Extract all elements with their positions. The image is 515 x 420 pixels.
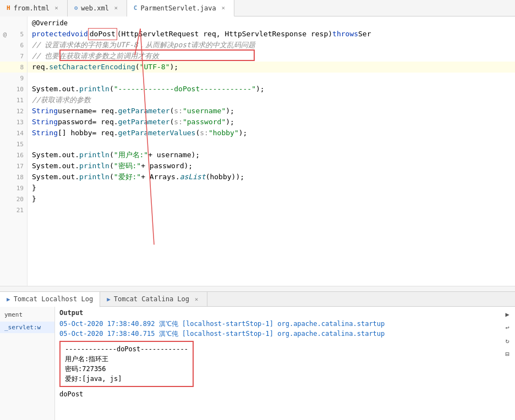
gutter-row-18: 18 (0, 172, 27, 183)
tab-bar: H from.html × ⚙ web.xml × C ParmentServl… (0, 0, 515, 16)
bottom-tab-label-catalina: Tomcat Catalina Log (114, 295, 189, 303)
refresh-btn[interactable]: ↻ (502, 335, 513, 346)
xml-icon: ⚙ (74, 4, 78, 12)
output-username-line: 用户名:指环王 (65, 354, 188, 364)
dopost-highlighted: doPost (88, 28, 117, 40)
code-line-18: System.out. println ( "爱好:" + Arrays. as… (28, 172, 515, 183)
code-line-11: //获取请求的参数 (28, 95, 515, 106)
line-number-12: 12 (10, 108, 27, 115)
gutter-row-14: 14 (0, 128, 27, 139)
code-line-8: req. setCharacterEncoding ( "UTF-8" ); (28, 62, 515, 73)
line-number-16: 16 (10, 152, 27, 159)
line-number-10: 10 (10, 86, 27, 93)
line-number-6: 6 (10, 42, 27, 49)
code-line-19: } (28, 183, 515, 194)
code-line-21 (28, 205, 515, 215)
line-number-13: 13 (10, 119, 27, 126)
at-indicator: @ (0, 31, 10, 38)
tomcat-localhost-icon: ▶ (7, 296, 10, 303)
output-red-box-container: -------------doPost------------ 用户名:指环王 … (59, 341, 515, 387)
bottom-tab-tomcat-catalina[interactable]: ▶ Tomcat Catalina Log × (100, 291, 207, 307)
code-line-7: // 也要在获取请求参数之前调用才有效 (28, 51, 515, 62)
line-number-7: 7 (10, 53, 27, 60)
tab-close-xml[interactable]: × (112, 4, 120, 12)
tomcat-catalina-icon: ▶ (107, 296, 111, 303)
servlet-label: _servlet:w (4, 324, 41, 331)
tab-label: ParmentServlet.java (140, 4, 216, 12)
tab-label: web.xml (81, 4, 109, 12)
gutter-row-6: 6 (0, 40, 27, 51)
tab-web-xml[interactable]: ⚙ web.xml × (68, 0, 127, 16)
gutter-row-21: 21 (0, 205, 27, 215)
tab-label: from.html (14, 4, 50, 12)
gutter-row-8: 8 (0, 62, 27, 73)
tab-close-java[interactable]: × (220, 4, 227, 12)
output-label: Output (59, 309, 515, 317)
gutter-row-7: 7 (0, 51, 27, 62)
gutter-row-20: 20 (0, 194, 27, 205)
gutter-row-19: 19 (0, 183, 27, 194)
gutter-row-10: 10 (0, 84, 27, 95)
code-line-12: String username = req. getParameter ( s:… (28, 106, 515, 117)
gutter-row-12: 12 (0, 106, 27, 117)
bottom-tab-label-localhost: Tomcat Localhost Log (14, 295, 94, 303)
bottom-tab-bar: ▶ Tomcat Localhost Log ▶ Tomcat Catalina… (0, 291, 515, 307)
editor-area: @ 5 6 7 8 9 10 11 (0, 16, 515, 286)
code-line-20: } (28, 194, 515, 205)
gutter-row-11: 11 (0, 95, 27, 106)
sidebar-servlet[interactable]: _servlet:w (0, 322, 54, 333)
line-number-20: 20 (10, 196, 27, 203)
line-number-21: 21 (10, 207, 27, 214)
sidebar-deployment[interactable]: yment (0, 309, 54, 320)
line-number-19: 19 (10, 185, 27, 192)
bottom-tab-tomcat-localhost[interactable]: ▶ Tomcat Localhost Log (0, 292, 100, 307)
output-area: Output 05-Oct-2020 17:38:40.892 淇℃伅 [loc… (55, 307, 515, 420)
html-icon: H (7, 4, 10, 12)
line-number-9: 9 (10, 75, 27, 82)
horizontal-scrollbar[interactable] (0, 286, 515, 291)
tab-close-catalina[interactable]: × (193, 295, 200, 303)
code-line-17: System.out. println ( "密码:" + password); (28, 161, 515, 172)
gutter-row-17: 17 (0, 161, 27, 172)
code-line-15 (28, 139, 515, 150)
java-icon: C (134, 4, 138, 12)
code-line-10: System.out. println ( "-------------doPo… (28, 84, 515, 95)
tab-from-html[interactable]: H from.html × (0, 0, 68, 16)
output-password-line: 密码:727356 (65, 364, 188, 374)
scroll-down-btn[interactable]: ↩ (502, 322, 513, 333)
output-controls: ▶ ↩ ↻ ⊟ (502, 309, 513, 360)
line-number-15: 15 (10, 141, 27, 148)
line-gutter: @ 5 6 7 8 9 10 11 (0, 16, 28, 286)
output-red-box: -------------doPost------------ 用户名:指环王 … (59, 341, 194, 387)
code-line-13: String password = req. getParameter ( s:… (28, 117, 515, 128)
code-line-9 (28, 73, 515, 84)
code-content[interactable]: @Override protected void doPost (HttpSer… (28, 16, 515, 286)
gutter-row-16: 16 (0, 150, 27, 161)
line-number-18: 18 (10, 174, 27, 181)
scroll-up-btn[interactable]: ▶ (502, 309, 513, 320)
line-number-11: 11 (10, 97, 27, 104)
deployment-label: yment (4, 311, 23, 318)
gutter-row-15: 15 (0, 139, 27, 150)
bottom-sidebar: yment _servlet:w (0, 307, 55, 420)
gutter-row-13: 13 (0, 117, 27, 128)
output-line-2: 05-Oct-2020 17:38:40.715 淇℃伅 [localhost-… (59, 329, 515, 339)
code-line-16: System.out. println ( "用户名:" + username)… (28, 150, 515, 161)
code-line-14: String [] hobby = req. getParameterValue… (28, 128, 515, 139)
output-line-1: 05-Oct-2020 17:38:40.892 淇℃伅 [localhost-… (59, 319, 515, 329)
annotation-line: @Override (28, 18, 515, 29)
line-number-14: 14 (10, 130, 27, 137)
bottom-panel: yment _servlet:w Output 05-Oct-2020 17:3… (0, 307, 515, 420)
line-number-17: 17 (10, 163, 27, 170)
tab-parment-servlet[interactable]: C ParmentServlet.java × (127, 0, 234, 16)
gutter-row-5: @ 5 (0, 29, 27, 40)
output-hobby-line: 爱好:[java, js] (65, 374, 188, 384)
code-line-6: // 设置请求体的字符集为UTF-8，从而解决post请求的中文乱码问题 (28, 40, 515, 51)
line-number-8: 8 (10, 64, 27, 71)
output-last-line: doPost (59, 389, 515, 399)
settings-btn[interactable]: ⊟ (502, 349, 513, 360)
line-number-5: 5 (10, 31, 27, 38)
gutter-row-9: 9 (0, 73, 27, 84)
output-dopost-line: -------------doPost------------ (65, 344, 188, 354)
tab-close-html[interactable]: × (53, 4, 61, 12)
